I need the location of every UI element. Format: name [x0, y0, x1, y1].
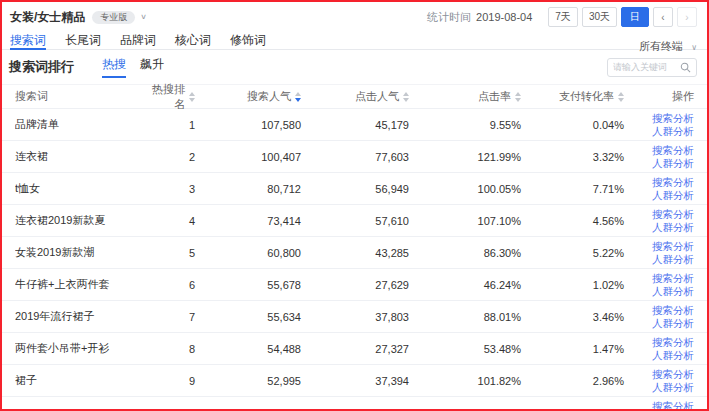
crowd-analysis-link[interactable]: 人群分析	[652, 317, 694, 330]
rank-cell: 5	[151, 247, 195, 259]
section-title: 搜索词排行	[9, 58, 74, 76]
action-links: 搜索分析 人群分析	[624, 208, 694, 234]
click-popularity-cell: 77,603	[301, 151, 409, 163]
crowd-analysis-link[interactable]: 人群分析	[652, 253, 694, 266]
col-header-pay-conversion-rate[interactable]: 支付转化率	[521, 89, 624, 104]
click-rate-cell: 46.24%	[409, 279, 521, 291]
table-row: 连衣裙 2 100,407 77,603 121.99% 3.32% 搜索分析 …	[2, 140, 707, 172]
next-date-button[interactable]: ›	[677, 7, 697, 27]
table-header: 搜索词 热搜排名 搜索人气 点击人气 点击率 支付转化率 操作	[2, 84, 707, 108]
rank-cell: 2	[151, 151, 195, 163]
search-popularity-cell: 100,407	[195, 151, 301, 163]
keyword-cell: 两件套小吊带+开衫	[15, 341, 151, 356]
click-rate-cell: 107.10%	[409, 215, 521, 227]
subtab-hot-search[interactable]: 热搜	[102, 56, 126, 78]
crowd-analysis-link[interactable]: 人群分析	[652, 349, 694, 362]
search-icon[interactable]	[680, 62, 691, 73]
range-day-button[interactable]: 日	[621, 7, 649, 27]
rank-cell: 9	[151, 375, 195, 387]
keyword-cell: 连衣裙	[15, 149, 151, 164]
click-rate-cell: 121.99%	[409, 151, 521, 163]
section-bar: 搜索词排行 热搜 飙升	[2, 50, 707, 84]
tab-search-word[interactable]: 搜索词	[10, 32, 46, 50]
table-row: 裙子 9 52,995 37,394 101.82% 2.96% 搜索分析 人群…	[2, 364, 707, 396]
search-popularity-cell: 60,800	[195, 247, 301, 259]
col-header-operation: 操作	[624, 89, 694, 104]
prev-date-button[interactable]: ‹	[653, 7, 673, 27]
sub-tabs: 热搜 飙升	[88, 56, 164, 78]
search-popularity-cell: 80,712	[195, 183, 301, 195]
search-analysis-link[interactable]: 搜索分析	[652, 112, 694, 125]
keyword-search-input[interactable]	[613, 62, 677, 72]
terminal-filter-dropdown[interactable]: 所有终端 ∨	[639, 39, 697, 54]
search-popularity-cell: 55,634	[195, 311, 301, 323]
action-links: 搜索分析 人群分析	[624, 112, 694, 138]
range-30d-button[interactable]: 30天	[582, 7, 617, 27]
table-row: 连衣裙2019新款夏 4 73,414 57,610 107.10% 4.56%…	[2, 204, 707, 236]
pro-version-badge: 专业版	[92, 11, 135, 24]
subtab-soaring[interactable]: 飙升	[140, 56, 164, 78]
click-popularity-cell: 56,949	[301, 183, 409, 195]
pay-conversion-rate-cell: 3.32%	[521, 151, 624, 163]
search-analysis-link[interactable]: 搜索分析	[652, 208, 694, 221]
pay-conversion-rate-cell: 2.96%	[521, 375, 624, 387]
action-links: 搜索分析 人群分析	[624, 144, 694, 170]
crowd-analysis-link[interactable]: 人群分析	[652, 189, 694, 202]
top-bar: 女装/女士精品 专业版 ∨ 统计时间 2019-08-04 7天 30天 日 ‹…	[2, 2, 707, 32]
crowd-analysis-link[interactable]: 人群分析	[652, 157, 694, 170]
range-7d-button[interactable]: 7天	[548, 7, 578, 27]
keyword-cell: t恤女	[15, 181, 151, 196]
crowd-analysis-link[interactable]: 人群分析	[652, 381, 694, 394]
click-popularity-cell: 45,179	[301, 119, 409, 131]
action-links: 搜索分析 人群分析	[624, 272, 694, 298]
tab-modifier-word[interactable]: 修饰词	[230, 32, 266, 50]
table-row: 品牌清单 1 107,580 45,179 9.55% 0.04% 搜索分析 人…	[2, 108, 707, 140]
tabs: 搜索词 长尾词 品牌词 核心词 修饰词	[10, 32, 285, 50]
search-analysis-link[interactable]: 搜索分析	[652, 272, 694, 285]
pay-conversion-rate-cell: 7.71%	[521, 183, 624, 195]
search-analysis-link[interactable]: 搜索分析	[652, 176, 694, 189]
crowd-analysis-link[interactable]: 人群分析	[652, 125, 694, 138]
rank-cell: 3	[151, 183, 195, 195]
action-links: 搜索分析 人群分析	[624, 176, 694, 202]
click-popularity-cell: 37,803	[301, 311, 409, 323]
crowd-analysis-link[interactable]: 人群分析	[652, 285, 694, 298]
table-row: t恤女 3 80,712 56,949 100.05% 7.71% 搜索分析 人…	[2, 172, 707, 204]
col-header-rank[interactable]: 热搜排名	[151, 82, 195, 112]
search-popularity-cell: 107,580	[195, 119, 301, 131]
col-header-search-popularity[interactable]: 搜索人气	[195, 89, 301, 104]
pay-conversion-rate-cell: 3.46%	[521, 311, 624, 323]
col-header-keyword: 搜索词	[15, 89, 151, 104]
rank-cell: 7	[151, 311, 195, 323]
search-analysis-link[interactable]: 搜索分析	[652, 144, 694, 157]
tab-core-word[interactable]: 核心词	[175, 32, 211, 50]
search-analysis-link[interactable]: 搜索分析	[652, 400, 694, 411]
category-title: 女装/女士精品	[10, 9, 85, 26]
search-analysis-link[interactable]: 搜索分析	[652, 304, 694, 317]
stat-time-label: 统计时间	[427, 10, 471, 25]
keyword-cell: 女装2019新款潮	[15, 245, 151, 260]
keyword-search-box[interactable]	[607, 58, 697, 77]
table-row: 搜索分析 人群分析	[2, 396, 707, 411]
crowd-analysis-link[interactable]: 人群分析	[652, 221, 694, 234]
search-popularity-cell: 52,995	[195, 375, 301, 387]
search-analysis-link[interactable]: 搜索分析	[652, 240, 694, 253]
keyword-cell: 裙子	[15, 373, 151, 388]
search-popularity-cell: 55,678	[195, 279, 301, 291]
chevron-down-icon: ∨	[691, 43, 697, 52]
action-links: 搜索分析 人群分析	[624, 240, 694, 266]
tab-brand-word[interactable]: 品牌词	[120, 32, 156, 50]
tab-bar: 搜索词 长尾词 品牌词 核心词 修饰词 所有终端 ∨	[2, 32, 707, 50]
pay-conversion-rate-cell: 4.56%	[521, 215, 624, 227]
search-analysis-link[interactable]: 搜索分析	[652, 368, 694, 381]
tab-long-tail-word[interactable]: 长尾词	[65, 32, 101, 50]
keyword-cell: 连衣裙2019新款夏	[15, 213, 151, 228]
col-header-click-popularity[interactable]: 点击人气	[301, 89, 409, 104]
category-selector[interactable]: 女装/女士精品 专业版 ∨	[10, 9, 147, 26]
click-popularity-cell: 37,394	[301, 375, 409, 387]
stat-date: 2019-08-04	[476, 11, 532, 23]
rank-cell: 6	[151, 279, 195, 291]
search-analysis-link[interactable]: 搜索分析	[652, 336, 694, 349]
col-header-click-rate[interactable]: 点击率	[409, 89, 521, 104]
keyword-cell: 品牌清单	[15, 117, 151, 132]
